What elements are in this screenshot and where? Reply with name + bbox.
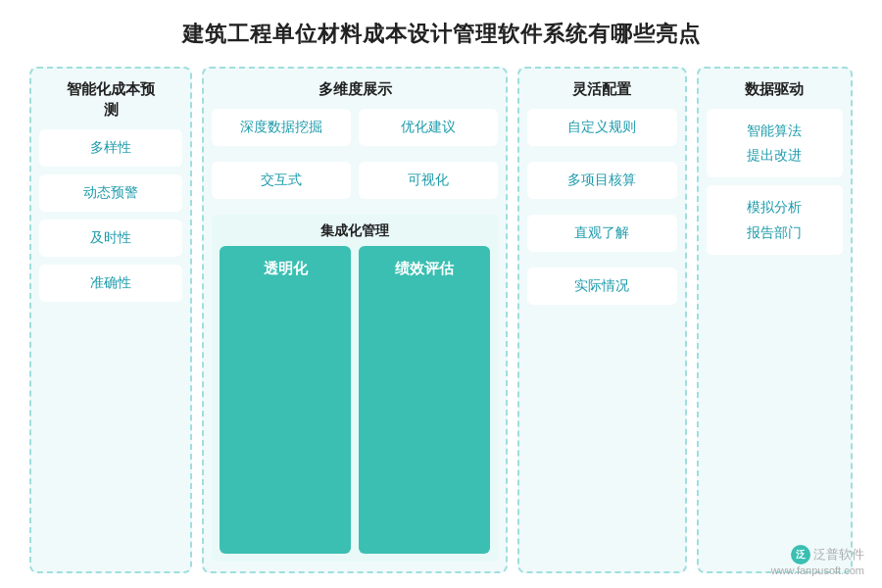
card-keshihua: 可视化 [359,162,498,199]
columns-wrapper: 智能化成本预测 多样性 动态预警 及时性 准确性 多维度展示 深度数据挖掘 优化… [29,67,853,573]
col4-inner: 智能算法 提出改进 模拟分析 报告部门 [707,109,843,562]
card-zhiguan: 直观了解 [527,215,677,252]
watermark-logo: 泛 泛普软件 [791,545,864,564]
col2-header: 多维度展示 [212,78,498,99]
col2-inner: 深度数据挖掘 优化建议 交互式 可视化 集成化管理 透明化 绩效评估 [212,109,498,562]
col3-header: 灵活配置 [527,78,677,99]
col3-cards: 自定义规则 多项目核算 直观了解 实际情况 [527,109,677,562]
col1-header: 智能化成本预测 [39,78,182,120]
column-4: 数据驱动 智能算法 提出改进 模拟分析 报告部门 [697,67,853,573]
col2-grid: 深度数据挖掘 优化建议 交互式 可视化 [212,109,498,207]
col4-line3: 模拟分析 [712,195,837,220]
card-zidingyi: 自定义规则 [527,109,677,146]
watermark-url: www.fanpusoft.com [771,564,864,576]
section-label: 集成化管理 [220,222,490,240]
col4-line4: 报告部门 [712,220,837,245]
teal-card-jixi: 绩效评估 [359,246,490,554]
card-shiji: 实际情况 [527,268,677,305]
col4-group-1: 智能算法 提出改进 [707,109,843,177]
col4-header: 数据驱动 [707,78,843,99]
col2-section: 集成化管理 透明化 绩效评估 [212,215,498,562]
card-dongtai: 动态预警 [39,174,182,212]
teal-cards-grid: 透明化 绩效评估 [220,246,490,554]
card-shenjuwa: 深度数据挖掘 [212,109,351,146]
card-duoyangxing: 多样性 [39,129,182,167]
card-jishixing: 及时性 [39,220,182,257]
column-2: 多维度展示 深度数据挖掘 优化建议 交互式 可视化 集成化管理 透明化 绩效评估 [202,67,508,573]
card-jiaohu: 交互式 [212,162,351,199]
column-1: 智能化成本预测 多样性 动态预警 及时性 准确性 [29,67,192,573]
col4-group-2: 模拟分析 报告部门 [707,185,843,254]
watermark-text: 泛普软件 [813,546,864,564]
page-title: 建筑工程单位材料成本设计管理软件系统有哪些亮点 [182,20,701,49]
column-3: 灵活配置 自定义规则 多项目核算 直观了解 实际情况 [517,67,687,573]
card-youhua: 优化建议 [359,109,498,146]
logo-icon: 泛 [791,545,810,564]
card-zhunquexing: 准确性 [39,265,182,302]
teal-card-touminghua: 透明化 [220,246,351,554]
col4-line2: 提出改进 [712,143,837,168]
card-duoxiangmu: 多项目核算 [527,162,677,199]
watermark: 泛 泛普软件 www.fanpusoft.com [771,545,864,576]
col4-line1: 智能算法 [712,119,837,143]
page-wrapper: 建筑工程单位材料成本设计管理软件系统有哪些亮点 智能化成本预测 多样性 动态预警… [0,0,882,588]
